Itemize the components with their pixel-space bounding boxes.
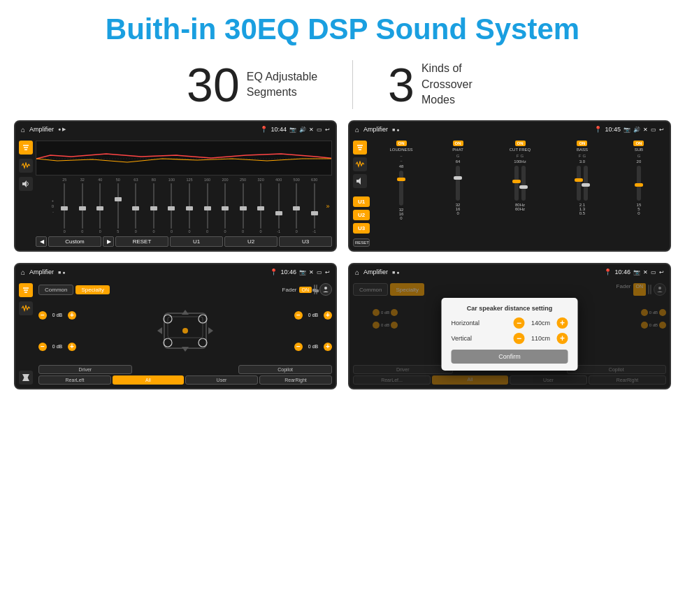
front-left-plus[interactable]: + xyxy=(68,311,76,320)
u3-crossover-btn[interactable]: U3 xyxy=(353,223,370,234)
vol-icon-crossover: 🔊 xyxy=(633,127,640,133)
copilot-btn[interactable]: Copilot xyxy=(238,365,332,374)
slider-125hz[interactable] xyxy=(181,183,199,229)
slider-160hz[interactable] xyxy=(199,183,216,229)
fader-content: Common Specialty Fader ON xyxy=(15,280,336,388)
user-btn[interactable]: User xyxy=(185,375,258,385)
eq-speaker-icon[interactable] xyxy=(19,177,33,191)
horizontal-label: Horizontal xyxy=(452,320,480,327)
reset-button-eq[interactable]: RESET xyxy=(115,236,168,247)
cutfreq-slider1-track[interactable] xyxy=(514,166,519,201)
u3-button-eq[interactable]: U3 xyxy=(279,236,332,247)
front-right-minus[interactable]: − xyxy=(294,311,303,320)
custom-button-eq[interactable]: Custom xyxy=(48,236,101,247)
expand-icon-eq[interactable]: » xyxy=(326,203,329,210)
rear-right-val: 0 dB xyxy=(304,344,322,349)
common-tab[interactable]: Common xyxy=(38,285,73,295)
fader-label: Fader xyxy=(282,287,297,293)
col-sub: ON SUB G 20 15 5 0 xyxy=(612,141,666,247)
rearleft-btn[interactable]: RearLeft xyxy=(38,375,111,385)
slider-80hz[interactable] xyxy=(145,183,163,229)
phat-val-64: 64 xyxy=(456,159,461,164)
slider-250hz[interactable] xyxy=(234,183,252,229)
slider-50hz[interactable] xyxy=(110,183,127,229)
fader-filter-icon[interactable] xyxy=(19,283,33,297)
vertical-plus-btn[interactable]: + xyxy=(557,333,568,344)
status-left-eq: ⌂ Amplifier ● ▶ xyxy=(21,126,66,134)
crossover-filter-icon[interactable] xyxy=(353,141,367,155)
slider-630hz[interactable] xyxy=(305,183,323,229)
rear-left-minus[interactable]: − xyxy=(38,343,47,351)
stats-row: 30 EQ Adjustable Segments 3 Kinds of Cro… xyxy=(0,53,685,120)
specialty-tab[interactable]: Specialty xyxy=(75,285,109,294)
rearright-btn[interactable]: RearRight xyxy=(259,375,332,385)
rear-left-db: − 0 dB + xyxy=(38,343,76,351)
phat-slider-track[interactable] xyxy=(456,166,460,201)
crossover-wave-icon[interactable] xyxy=(353,157,367,171)
slider-25hz[interactable] xyxy=(56,183,73,229)
slider-200hz[interactable] xyxy=(217,183,234,229)
fader-main-panel: Common Specialty Fader ON xyxy=(38,283,332,385)
prev-button-eq[interactable]: ◀ xyxy=(36,236,47,247)
slider-400hz[interactable] xyxy=(270,183,287,229)
dialog-horizontal-row: Horizontal − 140cm + xyxy=(452,317,568,329)
fader-bottom-buttons-row2: RearLeft All User RearRight xyxy=(38,375,332,385)
sub-slider-track[interactable] xyxy=(637,166,641,201)
col-bass: ON BASS F G 3.0 2.1 xyxy=(555,141,610,247)
front-left-db: − 0 dB + xyxy=(38,311,76,320)
all-btn[interactable]: All xyxy=(113,375,184,385)
u2-crossover-btn[interactable]: U2 xyxy=(353,210,370,220)
location-icon-eq: 📍 xyxy=(260,126,268,133)
eq-filter-icon[interactable] xyxy=(19,141,33,155)
horizontal-minus-btn[interactable]: − xyxy=(514,317,525,329)
loudness-slider-track[interactable] xyxy=(399,171,403,206)
fader-expand-icon[interactable] xyxy=(19,371,33,385)
vertical-minus-btn[interactable]: − xyxy=(514,333,525,344)
horizontal-control: − 140cm + xyxy=(514,317,568,329)
stat-eq-number: 30 xyxy=(187,61,240,108)
sub-label: SUB xyxy=(635,148,643,152)
horizontal-plus-btn[interactable]: + xyxy=(557,317,568,329)
cutfreq-slider2-track[interactable] xyxy=(521,166,526,201)
svg-point-21 xyxy=(182,328,188,334)
status-bar-eq: ⌂ Amplifier ● ▶ 📍 10:44 📷 🔊 ✕ ▭ ↩ xyxy=(15,122,336,137)
slider-32hz[interactable] xyxy=(74,183,92,229)
play-indicator-eq: ● ▶ xyxy=(58,127,66,132)
slider-63hz[interactable] xyxy=(127,183,145,229)
rear-right-minus[interactable]: − xyxy=(294,343,303,351)
phat-slider-thumb xyxy=(454,176,462,180)
screen-dialog: ⌂ Amplifier ■ ● 📍 10:46 📷 ✕ ▭ ↩ Common S… xyxy=(348,263,671,389)
bass-slider2-track[interactable] xyxy=(584,166,588,201)
u1-crossover-btn[interactable]: U1 xyxy=(353,196,370,207)
on-toggle-fader[interactable]: ON xyxy=(299,287,312,293)
eq-wave-icon[interactable] xyxy=(19,159,33,173)
driver-btn[interactable]: Driver xyxy=(38,365,132,374)
rear-right-plus[interactable]: + xyxy=(324,343,332,351)
slider-320hz[interactable] xyxy=(252,183,270,229)
close-icon-eq: ✕ xyxy=(309,127,314,133)
on-badge-bass: ON xyxy=(577,141,587,146)
confirm-button[interactable]: Confirm xyxy=(452,350,568,364)
bass-slider1-track[interactable] xyxy=(577,166,581,201)
u1-button-eq[interactable]: U1 xyxy=(170,236,223,247)
reset-crossover-btn[interactable]: RESET xyxy=(353,238,370,247)
time-crossover: 10:45 xyxy=(605,126,621,133)
rear-left-val: 0 dB xyxy=(48,344,66,349)
stat-crossover-number: 3 xyxy=(388,61,414,108)
bg-copilot-btn: Copilot xyxy=(567,365,667,374)
status-right-fader: 📍 10:46 📷 ✕ ▭ ↩ xyxy=(270,268,330,275)
fader-wave-icon[interactable] xyxy=(19,301,33,315)
slider-500hz[interactable] xyxy=(288,183,305,229)
crossover-speaker-icon[interactable] xyxy=(353,174,367,188)
stat-crossover: 3 Kinds of Crossover Modes xyxy=(353,61,533,108)
time-fader: 10:46 xyxy=(280,268,296,275)
rear-left-plus[interactable]: + xyxy=(68,343,76,351)
slider-40hz[interactable] xyxy=(92,183,109,229)
left-db-controls: − 0 dB + − 0 dB + xyxy=(38,299,76,362)
front-left-minus[interactable]: − xyxy=(38,311,47,320)
bass-val-05: 0.5 xyxy=(579,211,585,215)
next-button-eq[interactable]: ▶ xyxy=(103,236,114,247)
slider-100hz[interactable] xyxy=(163,183,180,229)
u2-button-eq[interactable]: U2 xyxy=(224,236,277,247)
front-right-plus[interactable]: + xyxy=(324,311,332,320)
